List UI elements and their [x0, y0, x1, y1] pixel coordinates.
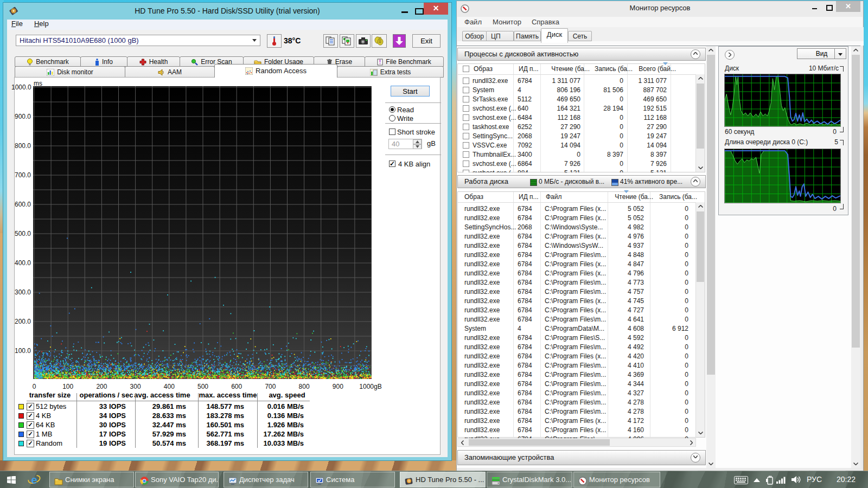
svg-text:e: e [31, 474, 37, 486]
svg-text:!: ! [379, 59, 381, 65]
